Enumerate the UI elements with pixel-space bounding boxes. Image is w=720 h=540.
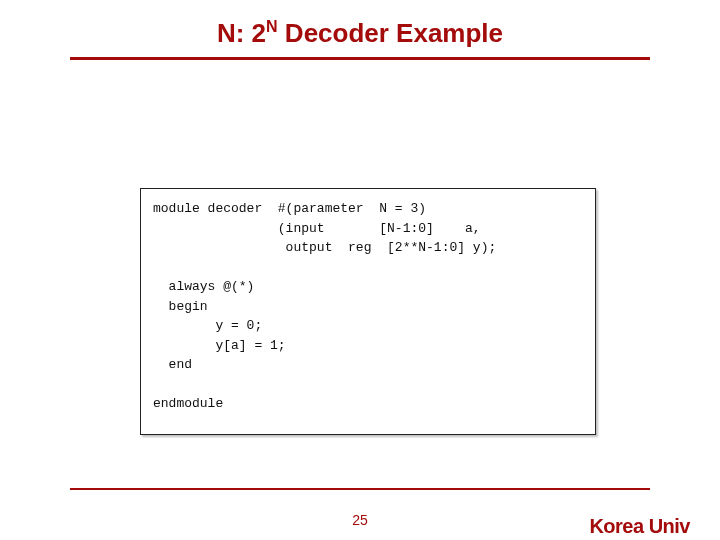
title-suffix: Decoder Example [278, 18, 503, 48]
slide: N: 2N Decoder Example module decoder #(p… [0, 18, 720, 540]
footer-logo: Korea Univ [589, 515, 690, 538]
page-title: N: 2N Decoder Example [0, 18, 720, 49]
code-block: module decoder #(parameter N = 3) (input… [140, 188, 596, 435]
title-prefix: N: 2 [217, 18, 266, 48]
bottom-divider [70, 488, 650, 490]
title-sup: N [266, 18, 278, 35]
top-divider [70, 57, 650, 60]
